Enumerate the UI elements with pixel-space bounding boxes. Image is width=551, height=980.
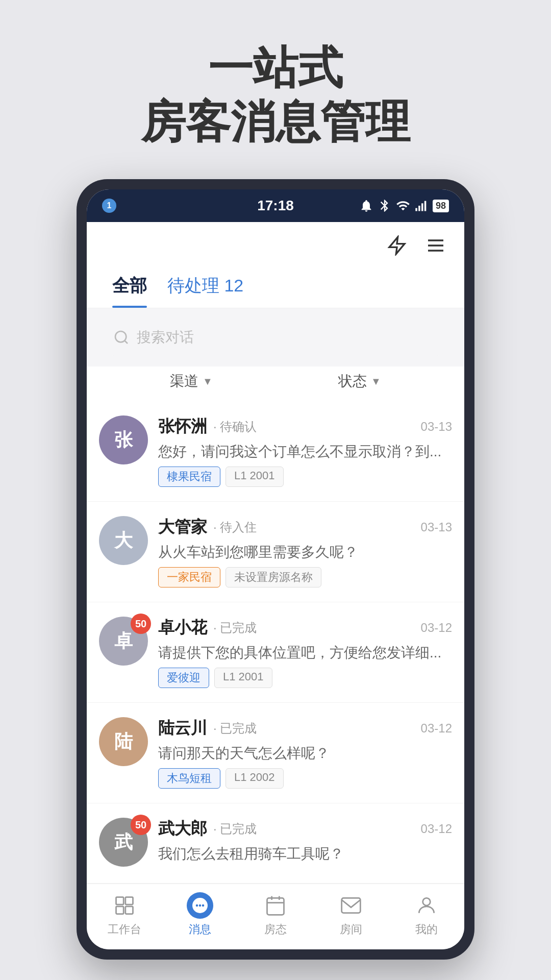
message-preview: 我们怎么去租用骑车工具呢？ xyxy=(158,844,452,864)
svg-point-23 xyxy=(423,898,431,906)
status-tag: · 已完成 xyxy=(213,821,257,837)
avatar: 大 xyxy=(99,516,148,565)
nav-item-calendar[interactable]: 房态 xyxy=(238,892,313,937)
svg-point-17 xyxy=(202,904,205,907)
message-body: 大管家 · 待入住 03-13 从火车站到您哪里需要多久呢？ 一家民宿未设置房源… xyxy=(158,516,452,587)
channel-filter[interactable]: 渠道 ▼ xyxy=(170,372,213,391)
message-preview: 从火车站到您哪里需要多久呢？ xyxy=(158,543,452,562)
nav-label: 我的 xyxy=(415,922,438,937)
message-item[interactable]: 武 50 武大郎 · 已完成 03-12 我们怎么去租用骑车工具呢？ xyxy=(87,803,464,884)
message-item[interactable]: 大 大管家 · 待入住 03-13 从火车站到您哪里需要多久呢？ 一家民宿未设置… xyxy=(87,502,464,602)
message-date: 03-12 xyxy=(421,822,452,836)
nav-item-workbench[interactable]: 工作台 xyxy=(87,892,162,937)
svg-rect-11 xyxy=(126,897,133,905)
nav-item-user[interactable]: 我的 xyxy=(389,892,464,937)
avatar-wrap: 陆 xyxy=(99,717,148,766)
nav-item-mail[interactable]: 房间 xyxy=(313,892,389,937)
status-tag: · 已完成 xyxy=(213,620,257,636)
page-header: 一站式 房客消息管理 xyxy=(0,0,551,179)
message-tags: 爱彼迎L1 2001 xyxy=(158,668,452,688)
tab-all[interactable]: 全部 xyxy=(102,269,157,308)
svg-rect-22 xyxy=(342,898,361,913)
svg-rect-1 xyxy=(418,206,420,211)
sender-name: 卓小花 xyxy=(158,617,207,639)
message-preview: 请问那天的天气怎么样呢？ xyxy=(158,744,452,763)
avatar-wrap: 大 xyxy=(99,516,148,565)
message-item[interactable]: 卓 50 卓小花 · 已完成 03-12 请提供下您的具体位置吧，方便给您发详细… xyxy=(87,602,464,703)
lightning-button[interactable] xyxy=(384,232,410,259)
tabs-row: 全部 待处理 12 xyxy=(87,264,464,308)
search-placeholder: 搜索对话 xyxy=(137,328,194,347)
message-body: 卓小花 · 已完成 03-12 请提供下您的具体位置吧，方便给您发详细... 爱… xyxy=(158,617,452,688)
status-indicator: 1 xyxy=(102,199,116,213)
message-tags: 一家民宿未设置房源名称 xyxy=(158,567,452,587)
svg-rect-10 xyxy=(116,897,124,905)
search-bar[interactable]: 搜索对话 xyxy=(99,318,452,356)
svg-line-9 xyxy=(124,340,128,344)
message-date: 03-13 xyxy=(421,520,452,534)
message-list: 张 张怀洲 · 待确认 03-13 您好，请问我这个订单怎么不显示取消？到...… xyxy=(87,401,464,884)
svg-rect-13 xyxy=(126,906,133,914)
menu-button[interactable] xyxy=(422,232,449,259)
page-title-line2: 房客消息管理 xyxy=(20,95,531,149)
svg-rect-12 xyxy=(116,906,124,914)
avatar: 陆 xyxy=(99,717,148,766)
message-body: 陆云川 · 已完成 03-12 请问那天的天气怎么样呢？ 木鸟短租L1 2002 xyxy=(158,717,452,789)
calendar-icon xyxy=(262,892,289,919)
message-item[interactable]: 张 张怀洲 · 待确认 03-13 您好，请问我这个订单怎么不显示取消？到...… xyxy=(87,401,464,502)
status-tag: · 已完成 xyxy=(213,720,257,737)
phone-container: 1 17:18 98 xyxy=(77,179,474,960)
workbench-icon xyxy=(111,892,138,919)
sender-name: 大管家 xyxy=(158,516,207,538)
sender-name: 陆云川 xyxy=(158,717,207,740)
message-date: 03-12 xyxy=(421,721,452,736)
svg-point-16 xyxy=(199,904,202,907)
nav-label: 房间 xyxy=(340,922,362,937)
avatar: 张 xyxy=(99,415,148,464)
message-tags: 木鸟短租L1 2002 xyxy=(158,768,452,789)
top-bar xyxy=(87,222,464,264)
svg-rect-0 xyxy=(415,208,417,211)
status-tag: · 待确认 xyxy=(213,419,257,435)
message-date: 03-13 xyxy=(421,420,452,434)
avatar-wrap: 武 50 xyxy=(99,818,148,867)
svg-rect-2 xyxy=(421,204,423,211)
svg-point-8 xyxy=(115,331,126,342)
battery-level: 98 xyxy=(433,200,449,212)
avatar-wrap: 张 xyxy=(99,415,148,464)
message-preview: 请提供下您的具体位置吧，方便给您发详细... xyxy=(158,643,452,663)
avatar-wrap: 卓 50 xyxy=(99,617,148,666)
status-time: 17:18 xyxy=(257,198,294,214)
user-icon xyxy=(413,892,440,919)
nav-label: 消息 xyxy=(189,922,211,937)
status-bar: 1 17:18 98 xyxy=(87,189,464,222)
svg-point-15 xyxy=(196,904,198,907)
nav-label: 工作台 xyxy=(108,922,141,937)
nav-label: 房态 xyxy=(264,922,287,937)
sender-name: 张怀洲 xyxy=(158,415,207,438)
message-icon xyxy=(187,892,213,919)
message-tags: 棣果民宿L1 2001 xyxy=(158,467,452,487)
message-preview: 您好，请问我这个订单怎么不显示取消？到... xyxy=(158,442,452,461)
tab-pending[interactable]: 待处理 12 xyxy=(157,269,254,308)
message-body: 武大郎 · 已完成 03-12 我们怎么去租用骑车工具呢？ xyxy=(158,818,452,869)
status-tag: · 待入住 xyxy=(213,519,257,535)
svg-marker-4 xyxy=(389,237,405,254)
nav-item-message[interactable]: 消息 xyxy=(162,892,238,937)
message-date: 03-12 xyxy=(421,621,452,635)
sender-name: 武大郎 xyxy=(158,818,207,840)
filter-row: 渠道 ▼ 状态 ▼ xyxy=(87,366,464,401)
message-body: 张怀洲 · 待确认 03-13 您好，请问我这个订单怎么不显示取消？到... 棣… xyxy=(158,415,452,487)
mail-icon xyxy=(338,892,364,919)
message-item[interactable]: 陆 陆云川 · 已完成 03-12 请问那天的天气怎么样呢？ 木鸟短租L1 20… xyxy=(87,703,464,803)
page-title-line1: 一站式 xyxy=(20,41,531,95)
status-filter[interactable]: 状态 ▼ xyxy=(338,372,381,391)
phone-screen: 1 17:18 98 xyxy=(87,189,464,949)
bottom-nav: 工作台 消息 房态 房间 我的 xyxy=(87,884,464,949)
svg-rect-3 xyxy=(424,201,427,211)
svg-rect-18 xyxy=(267,898,284,915)
